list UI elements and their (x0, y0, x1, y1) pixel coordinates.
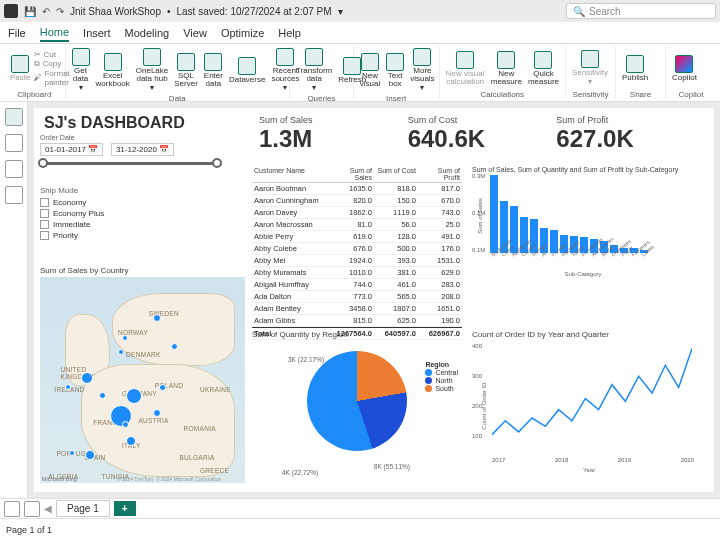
table-row[interactable]: Aaron Cunningham820.0150.0670.0 (252, 195, 462, 207)
visual-calc-button: New visual calculation (444, 49, 487, 88)
table-row[interactable]: Abby Muramats1010.0381.0629.0 (252, 267, 462, 279)
view-rail (0, 102, 28, 498)
new-visual-button[interactable]: New visual (358, 51, 382, 90)
model-view-icon[interactable] (5, 160, 23, 178)
table-row[interactable]: Abbie Perry619.0128.0491.0 (252, 231, 462, 243)
menu-insert[interactable]: Insert (83, 27, 111, 39)
new-measure-button[interactable]: New measure (489, 49, 524, 88)
paste-button: Paste (8, 53, 32, 84)
enter-data-button[interactable]: Enter data (202, 51, 225, 90)
ship-mode-slicer[interactable]: Ship Mode EconomyEconomy PlusImmediatePr… (40, 186, 220, 241)
table-row[interactable]: Aaron Bootman1635.0818.0817.0 (252, 183, 462, 195)
more-visuals-button[interactable]: More visuals▾ (408, 46, 436, 94)
kpi-card[interactable]: Sum of Profit627.0K (549, 112, 694, 156)
report-canvas[interactable]: SJ's DASHBOARD Order Date 01-01-2017📅 31… (28, 102, 720, 498)
copilot-button[interactable]: Copilot (670, 53, 699, 84)
customer-table[interactable]: Customer NameSum of SalesSum of CostSum … (252, 166, 462, 340)
order-date-slicer[interactable]: Order Date 01-01-2017📅 31-12-2020📅 (40, 134, 220, 171)
sql-button[interactable]: SQL Server (172, 51, 200, 90)
redo-icon[interactable]: ↷ (56, 6, 64, 17)
checkbox-icon[interactable] (40, 220, 49, 229)
copy-button: ⧉Copy (34, 59, 69, 69)
table-row[interactable]: Adam Gibbs815.0625.0190.0 (252, 315, 462, 327)
menu-file[interactable]: File (8, 27, 26, 39)
dataverse-button[interactable]: Dataverse (227, 55, 267, 86)
dax-view-icon[interactable] (5, 186, 23, 204)
publish-button[interactable]: Publish (620, 53, 650, 84)
map-visual[interactable]: Sum of Sales by Country SWEDEN NORWAY DE… (40, 266, 245, 484)
file-name: Jnit Shaa WorkShop (70, 6, 161, 17)
bar[interactable] (490, 175, 498, 253)
app-icon (4, 4, 18, 18)
checkbox-icon[interactable] (40, 209, 49, 218)
transform-data-button[interactable]: Transform data▾ (294, 46, 334, 94)
global-search[interactable]: 🔍 Search (566, 3, 716, 19)
checkbox-icon[interactable] (40, 231, 49, 240)
text-box-button[interactable]: Text box (384, 51, 406, 90)
table-row[interactable]: Abby Colebe676.0500.0176.0 (252, 243, 462, 255)
checkbox-icon[interactable] (40, 198, 49, 207)
sensitivity-button: Sensitivity▾ (570, 48, 610, 88)
menu-home[interactable]: Home (40, 26, 69, 42)
slicer-option[interactable]: Priority (40, 230, 220, 241)
add-page-button[interactable]: + (114, 501, 136, 516)
table-row[interactable]: Aaron Macrossan81.056.025.0 (252, 219, 462, 231)
quick-measure-button[interactable]: Quick measure (526, 49, 561, 88)
calendar-icon: 📅 (159, 145, 169, 154)
pie-donut (307, 351, 407, 451)
menu-modeling[interactable]: Modeling (125, 27, 170, 39)
slicer-option[interactable]: Economy Plus (40, 208, 220, 219)
table-row[interactable]: Aaron Davey1862.01119.0743.0 (252, 207, 462, 219)
undo-icon[interactable]: ↶ (42, 6, 50, 17)
table-row[interactable]: Abby Mei1924.0393.01531.0 (252, 255, 462, 267)
menu-optimize[interactable]: Optimize (221, 27, 264, 39)
table-row[interactable]: Adam Bentley3458.01807.01651.0 (252, 303, 462, 315)
pie-chart[interactable]: Sum of Quantity by Region 3K (22.17%) 4K… (252, 330, 462, 482)
report-view-icon[interactable] (5, 108, 23, 126)
slicer-option[interactable]: Economy (40, 197, 220, 208)
menu-view[interactable]: View (183, 27, 207, 39)
get-data-button[interactable]: Get data▾ (70, 46, 92, 94)
kpi-card[interactable]: Sum of Cost640.6K (401, 112, 546, 156)
excel-button[interactable]: Excel workbook (94, 51, 132, 90)
format-painter-button: 🖌Format painter (34, 69, 69, 87)
statusbar: Page 1 of 1 (0, 518, 720, 540)
table-row[interactable]: Ada Dalton773.0565.0208.0 (252, 291, 462, 303)
ribbon: Paste ✂Cut ⧉Copy 🖌Format painter Clipboa… (0, 44, 720, 102)
date-slider[interactable] (42, 162, 218, 165)
map-brand: Microsoft Bing (42, 476, 77, 482)
mobile-layout-icon[interactable] (24, 501, 40, 517)
line-svg (492, 343, 692, 443)
kpi-card[interactable]: Sum of Sales1.3M (252, 112, 397, 156)
save-icon[interactable]: 💾 (24, 6, 36, 17)
line-chart[interactable]: Count of Order ID by Year and Quarter Co… (472, 330, 694, 482)
titlebar: 💾 ↶ ↷ Jnit Shaa WorkShop • Last saved: 1… (0, 0, 720, 22)
bar-chart[interactable]: Sum of Sales, Sum of Quantity and Sum of… (472, 166, 694, 276)
desktop-layout-icon[interactable] (4, 501, 20, 517)
menubar: File Home Insert Modeling View Optimize … (0, 22, 720, 44)
table-row[interactable]: Abigail Humffray744.0461.0283.0 (252, 279, 462, 291)
page-status: Page 1 of 1 (6, 525, 52, 535)
cut-button: ✂Cut (34, 50, 69, 59)
slicer-option[interactable]: Immediate (40, 219, 220, 230)
date-from-input[interactable]: 01-01-2017📅 (40, 143, 103, 156)
kpi-cards: Sum of Sales1.3MSum of Cost640.6KSum of … (252, 112, 694, 156)
search-icon: 🔍 (573, 6, 585, 17)
tab-prev[interactable]: ◀ (44, 503, 52, 514)
date-to-input[interactable]: 31-12-2020📅 (111, 143, 174, 156)
table-view-icon[interactable] (5, 134, 23, 152)
onelake-button[interactable]: OneLake data hub▾ (134, 46, 170, 94)
map-attribution: © 2024 TomTom, © 2024 Microsoft Corporat… (95, 476, 243, 482)
calendar-icon: 📅 (88, 145, 98, 154)
menu-help[interactable]: Help (278, 27, 301, 39)
page-tabs: ◀ Page 1 + (0, 498, 720, 518)
save-status: Last saved: 10/27/2024 at 2:07 PM (177, 6, 332, 17)
page-tab-1[interactable]: Page 1 (56, 500, 110, 517)
